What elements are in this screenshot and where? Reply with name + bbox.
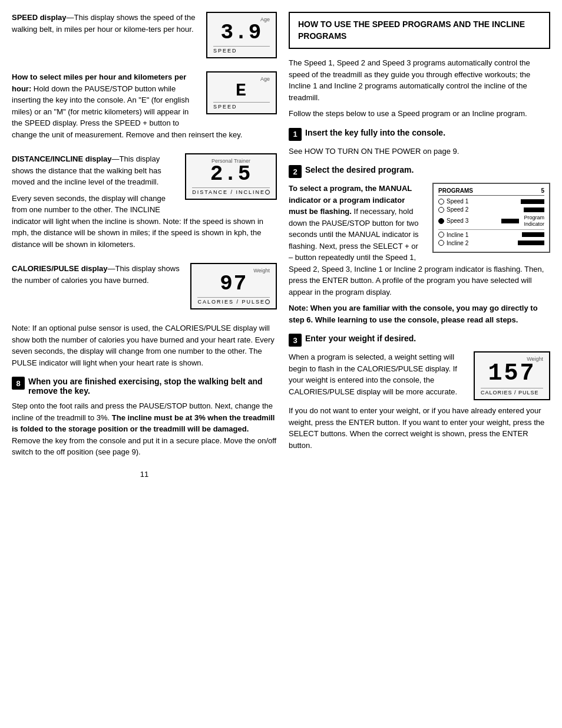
miles-display-label: SPEED <box>213 104 237 110</box>
miles-display-bottom: SPEED <box>213 102 270 110</box>
calories-display-label: CALORIES / PULSE <box>197 299 265 305</box>
distance-text2: Every seven seconds, the display will ch… <box>12 193 277 251</box>
distance-display-bottom: DISTANCE / INCLINE <box>192 187 270 195</box>
distance-display-box: Personal Trainer 2.5 DISTANCE / INCLINE <box>185 153 277 200</box>
weight-display-bottom: CALORIES / PULSE <box>481 388 543 396</box>
calories-dash: — <box>108 264 115 273</box>
distance-title: DISTANCE/INCLINE display <box>12 154 112 163</box>
step8-section: 8 When you are finished exercising, stop… <box>12 377 277 458</box>
speed-display-label: SPEED <box>213 48 237 54</box>
step3-content: Weight 157 CALORIES / PULSE When a progr… <box>289 351 550 405</box>
distance-section: Personal Trainer 2.5 DISTANCE / INCLINE … <box>12 153 277 255</box>
prog-radio-incline2 <box>438 240 444 246</box>
programs-label: PROGRAMS <box>438 187 473 194</box>
calories-display-bottom: CALORIES / PULSE <box>197 297 270 305</box>
prog-radio-incline1 <box>438 232 444 238</box>
right-intro-text1: The Speed 1, Speed 2 and Speed 3 program… <box>289 57 550 103</box>
speed-display-number: 3.9 <box>213 22 270 44</box>
step2-badge: 2 <box>289 165 302 178</box>
step3-row: 3 Enter your weight if desired. <box>289 334 550 347</box>
weight-display-box: Weight 157 CALORIES / PULSE <box>474 351 550 400</box>
step8-title: When you are finished exercising, stop t… <box>28 377 277 396</box>
weight-display-number: 157 <box>481 362 543 386</box>
step8-row: 8 When you are finished exercising, stop… <box>12 377 277 396</box>
prog-radio-speed2 <box>438 207 444 213</box>
prog-row-speed1: Speed 1 <box>438 198 544 205</box>
step2-section: 2 Select the desired program. PROGRAMS 5… <box>289 165 550 325</box>
step8-badge: 8 <box>12 377 25 390</box>
programs-panel-header: PROGRAMS 5 <box>438 187 544 196</box>
calories-note: Note: If an optional pulse sensor is use… <box>12 322 277 368</box>
prog-name-speed3: Speed 3 <box>447 218 499 224</box>
prog-radio-speed3 <box>438 218 444 224</box>
speed-dash: — <box>66 13 74 22</box>
prog-row-incline2: Incline 2 <box>438 240 544 246</box>
distance-dash: — <box>112 154 120 163</box>
right-header-box: HOW TO USE THE SPEED PROGRAMS AND THE IN… <box>289 12 550 49</box>
speed-display-box: Age 3.9 SPEED <box>206 12 277 58</box>
speed-title: SPEED display <box>12 13 66 22</box>
prog-name-incline1: Incline 1 <box>447 232 520 238</box>
step1-text: See HOW TO TURN ON THE POWER on page 9. <box>289 146 550 157</box>
step2-note: Note: When you are familiar with the con… <box>289 302 550 325</box>
step1-badge: 1 <box>289 128 302 141</box>
programs-count: 5 <box>541 187 544 194</box>
programs-panel: PROGRAMS 5 Speed 1 Speed 2 <box>432 183 550 253</box>
prog-separator <box>438 229 544 230</box>
step3-title: Enter your weight if desired. <box>305 334 416 343</box>
prog-bar-incline2 <box>518 241 544 245</box>
right-intro-text2: Follow the steps below to use a Speed pr… <box>289 108 550 120</box>
prog-row-speed3: Speed 3 ProgramIndicator <box>438 215 544 228</box>
step1-section: 1 Insert the key fully into the console.… <box>289 128 550 157</box>
distance-circle-indicator <box>265 190 270 195</box>
prog-indicator-label: ProgramIndicator <box>524 215 544 228</box>
step2-note-bold: Note: When you are familiar with the con… <box>289 304 538 324</box>
calories-display-number: 97 <box>197 274 270 295</box>
prog-bar-speed2 <box>524 207 544 212</box>
page-number: 11 <box>12 470 277 479</box>
calories-display-box: Weight 97 CALORIES / PULSE <box>190 263 277 309</box>
calories-section: Weight 97 CALORIES / PULSE CALORIES/PULS… <box>12 263 277 314</box>
miles-display-number: E <box>213 82 270 100</box>
prog-radio-speed1 <box>438 199 444 205</box>
step8-text: Step onto the foot rails and press the P… <box>12 400 277 458</box>
step2-row: 2 Select the desired program. <box>289 165 550 178</box>
prog-name-speed2: Speed 2 <box>447 206 521 213</box>
speed-display-section: Age 3.9 SPEED SPEED display—This display… <box>12 12 277 63</box>
prog-name-speed1: Speed 1 <box>447 198 518 205</box>
step2-content: PROGRAMS 5 Speed 1 Speed 2 <box>289 183 550 302</box>
miles-display-box: Age E SPEED <box>206 71 277 114</box>
step1-row: 1 Insert the key fully into the console. <box>289 128 550 141</box>
calories-note-section: Note: If an optional pulse sensor is use… <box>12 322 277 368</box>
right-column: HOW TO USE THE SPEED PROGRAMS AND THE IN… <box>289 12 550 479</box>
distance-display-label: DISTANCE / INCLINE <box>192 189 265 195</box>
prog-row-speed2: Speed 2 <box>438 206 544 213</box>
prog-name-incline2: Incline 2 <box>447 240 515 246</box>
speed-display-bottom: SPEED <box>213 46 270 54</box>
prog-bar-incline1 <box>522 232 544 237</box>
miles-section: Age E SPEED How to select miles per hour… <box>12 71 277 145</box>
step1-title: Insert the key fully into the console. <box>305 128 445 137</box>
prog-row-incline1: Incline 1 <box>438 232 544 238</box>
step3-badge: 3 <box>289 334 302 347</box>
prog-bar-speed1 <box>521 199 544 204</box>
step3-text2: If you do not want to enter your weight,… <box>289 405 550 451</box>
step2-title: Select the desired program. <box>305 165 414 174</box>
right-header-title: HOW TO USE THE SPEED PROGRAMS AND THE IN… <box>298 19 541 42</box>
distance-display-number: 2.5 <box>192 164 270 185</box>
calories-circle-indicator <box>265 299 270 304</box>
weight-display-label: CALORIES / PULSE <box>481 390 539 396</box>
step3-section: 3 Enter your weight if desired. Weight 1… <box>289 334 550 451</box>
prog-bar-speed3 <box>501 219 519 223</box>
left-column: Age 3.9 SPEED SPEED display—This display… <box>12 12 277 479</box>
calories-title: CALORIES/PULSE display <box>12 264 108 273</box>
right-intro-section: The Speed 1, Speed 2 and Speed 3 program… <box>289 57 550 120</box>
